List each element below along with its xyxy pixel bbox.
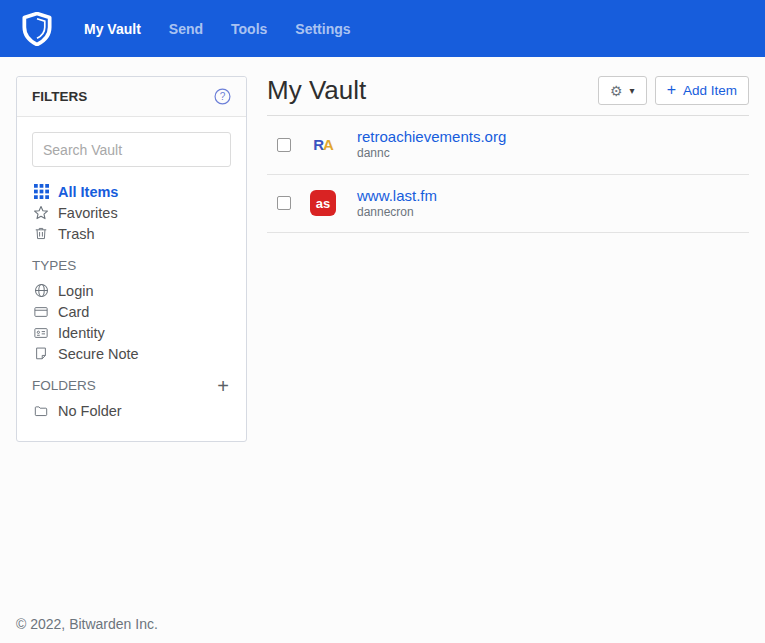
nav-item-my-vault[interactable]: My Vault xyxy=(70,2,155,56)
trash-icon xyxy=(32,226,50,241)
retroachievements-favicon: R A xyxy=(310,132,336,158)
folders-section-heading: FOLDERS + xyxy=(32,378,231,393)
add-item-label: Add Item xyxy=(683,83,737,98)
add-item-button[interactable]: + Add Item xyxy=(655,76,749,105)
grid-icon xyxy=(32,184,50,199)
sidebar-item-label: Login xyxy=(58,283,93,299)
sidebar-item-label: Favorites xyxy=(58,205,118,221)
credit-card-icon xyxy=(32,305,50,319)
vault-header: My Vault ⚙ ▾ + Add Item xyxy=(267,76,749,116)
header-buttons: ⚙ ▾ + Add Item xyxy=(598,76,749,105)
sidebar-item-favorites[interactable]: Favorites xyxy=(32,202,231,223)
sidebar-item-label: Secure Note xyxy=(58,346,139,362)
item-checkbox[interactable] xyxy=(277,138,291,152)
favicon-letter: R xyxy=(313,136,323,153)
sidebar-item-trash[interactable]: Trash xyxy=(32,223,231,244)
bitwarden-logo[interactable] xyxy=(22,12,52,46)
item-name-link[interactable]: retroachievements.org xyxy=(357,128,506,146)
gear-icon: ⚙ xyxy=(610,84,623,98)
id-card-icon xyxy=(32,326,50,340)
sidebar-item-label: Trash xyxy=(58,226,95,242)
sidebar-item-no-folder[interactable]: No Folder xyxy=(32,400,231,421)
folder-icon xyxy=(32,404,50,418)
sidebar-item-label: Card xyxy=(58,304,89,320)
filters-body: All Items Favorites xyxy=(17,117,246,441)
favicon-letter: A xyxy=(323,136,333,153)
filters-panel: FILTERS ? xyxy=(16,76,247,442)
plus-icon: + xyxy=(667,82,676,98)
main-navigation: My Vault Send Tools Settings xyxy=(70,2,365,56)
vault-main: My Vault ⚙ ▾ + Add Item R A xyxy=(267,76,749,233)
item-username: dannecron xyxy=(357,205,437,221)
nav-item-send[interactable]: Send xyxy=(155,2,217,56)
item-text: retroachievements.org dannc xyxy=(357,128,506,162)
svg-text:?: ? xyxy=(220,91,226,102)
page-title: My Vault xyxy=(267,76,366,105)
vault-item-row[interactable]: R A retroachievements.org dannc xyxy=(267,116,749,175)
item-text: www.last.fm dannecron xyxy=(357,187,437,221)
sidebar-item-login[interactable]: Login xyxy=(32,280,231,301)
sidebar-item-identity[interactable]: Identity xyxy=(32,322,231,343)
favicon-text: as xyxy=(310,190,336,216)
chevron-down-icon: ▾ xyxy=(630,86,635,96)
top-navbar: My Vault Send Tools Settings xyxy=(0,0,765,57)
add-folder-button[interactable]: + xyxy=(215,380,231,392)
vault-item-row[interactable]: as www.last.fm dannecron xyxy=(267,175,749,234)
item-username: dannc xyxy=(357,146,506,162)
types-heading-label: TYPES xyxy=(32,258,76,273)
vault-item-list: R A retroachievements.org dannc as www.l… xyxy=(267,116,749,233)
types-section-heading: TYPES xyxy=(32,258,231,273)
nav-item-tools[interactable]: Tools xyxy=(217,2,281,56)
folders-list: No Folder xyxy=(32,400,231,421)
lastfm-favicon: as xyxy=(310,190,336,216)
types-list: Login Card xyxy=(32,280,231,364)
vault-options-button[interactable]: ⚙ ▾ xyxy=(598,76,647,105)
filters-header: FILTERS ? xyxy=(17,77,246,117)
note-icon xyxy=(32,346,50,361)
item-checkbox[interactable] xyxy=(277,196,291,210)
sidebar-item-all-items[interactable]: All Items xyxy=(32,181,231,202)
filter-list: All Items Favorites xyxy=(32,181,231,244)
sidebar-item-label: All Items xyxy=(58,184,118,200)
folders-heading-label: FOLDERS xyxy=(32,378,96,393)
help-icon[interactable]: ? xyxy=(214,88,231,105)
star-icon xyxy=(32,205,50,221)
bitwarden-shield-icon xyxy=(22,12,52,46)
footer-copyright: © 2022, Bitwarden Inc. xyxy=(16,616,158,632)
sidebar-item-secure-note[interactable]: Secure Note xyxy=(32,343,231,364)
search-input[interactable] xyxy=(32,132,231,167)
nav-item-settings[interactable]: Settings xyxy=(281,2,364,56)
sidebar-item-label: No Folder xyxy=(58,403,122,419)
item-name-link[interactable]: www.last.fm xyxy=(357,187,437,205)
filters-title: FILTERS xyxy=(32,89,87,104)
sidebar-item-card[interactable]: Card xyxy=(32,301,231,322)
sidebar-item-label: Identity xyxy=(58,325,105,341)
globe-icon xyxy=(32,283,50,298)
content-area: FILTERS ? xyxy=(0,57,765,442)
